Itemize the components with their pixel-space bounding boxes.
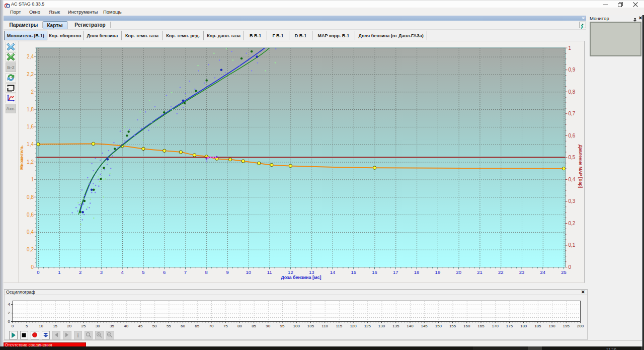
svg-text:0,4: 0,4	[569, 177, 576, 182]
menu-item[interactable]: Помощь	[103, 9, 122, 15]
x-axis-tick-labels: 0123456789101112131415161718192021222324…	[37, 269, 567, 275]
tabs-corner-button[interactable]	[579, 22, 586, 29]
monitor-header: Монитор ✕	[587, 15, 642, 21]
map-tab[interactable]: Множитель (Б-1)	[4, 31, 47, 40]
map-tab[interactable]: Г Б-1	[267, 31, 289, 40]
map-tab[interactable]: Кор. оборотов	[47, 31, 84, 40]
menu-item[interactable]: Инструменты	[68, 9, 98, 15]
svg-text:0,6: 0,6	[27, 212, 34, 218]
menu-item[interactable]: Порт	[10, 9, 21, 15]
svg-text:140: 140	[407, 324, 414, 328]
svg-text:125: 125	[364, 324, 371, 328]
play-button[interactable]	[9, 331, 18, 339]
svg-text:195: 195	[563, 324, 570, 328]
svg-text:60: 60	[181, 324, 185, 328]
main-tab-bar: ПараметрыКартыРегистратор	[4, 21, 586, 30]
svg-text:200: 200	[577, 324, 584, 328]
close-icon[interactable]: ×	[582, 16, 585, 21]
svg-text:95: 95	[280, 324, 285, 328]
svg-text:90: 90	[266, 324, 270, 328]
svg-text:105: 105	[307, 324, 314, 328]
taskbar-segment-light	[528, 346, 542, 350]
svg-text:185: 185	[534, 324, 541, 328]
prev-button	[52, 331, 61, 339]
svg-text:35: 35	[110, 324, 114, 328]
svg-text:150: 150	[435, 324, 442, 328]
svg-text:130: 130	[378, 324, 385, 328]
svg-text:1: 1	[58, 269, 60, 275]
svg-text:14: 14	[330, 269, 336, 275]
svg-text:2: 2	[31, 89, 34, 95]
close-window-button[interactable]	[628, 1, 643, 8]
svg-text:17: 17	[393, 269, 398, 275]
zoom-in-button	[95, 331, 104, 339]
svg-text:0,2: 0,2	[569, 221, 576, 226]
svg-text:75: 75	[223, 324, 228, 328]
menu-item[interactable]: Язык	[49, 9, 60, 15]
b2-button: Б-2	[6, 62, 16, 72]
map-tab[interactable]: МАР корр. Б-1	[312, 31, 355, 40]
svg-text:0,2: 0,2	[27, 247, 34, 252]
map-tab[interactable]: Доля бензина	[84, 31, 122, 40]
svg-text:50: 50	[152, 324, 157, 328]
svg-text:9: 9	[226, 269, 228, 275]
svg-text:2,4: 2,4	[27, 54, 34, 59]
svg-text:0: 0	[31, 264, 34, 270]
svg-text:1,6: 1,6	[27, 124, 34, 129]
multiplier-map-chart[interactable]: 0123456789101112131415161718192021222324…	[18, 41, 586, 285]
selection-frame-button[interactable]	[6, 83, 16, 93]
svg-text:18: 18	[414, 269, 420, 275]
svg-text:45: 45	[138, 324, 142, 328]
show-desktop-button[interactable]	[641, 346, 644, 350]
refresh-button[interactable]	[6, 73, 16, 83]
map-tab[interactable]: Кор. темп. ред.	[163, 31, 204, 40]
map-tab[interactable]: Б Б-1	[244, 31, 267, 40]
record-button[interactable]	[31, 331, 39, 339]
svg-text:25: 25	[561, 269, 567, 275]
svg-text:155: 155	[449, 324, 456, 328]
svg-text:0,5: 0,5	[569, 155, 576, 160]
svg-text:170: 170	[492, 324, 499, 328]
svg-text:0,4: 0,4	[27, 229, 34, 235]
tab-separator	[42, 22, 43, 28]
tab-Карты[interactable]: Карты	[43, 21, 67, 30]
svg-text:2: 2	[79, 269, 82, 275]
svg-text:1,8: 1,8	[27, 107, 34, 112]
map-tab[interactable]: Кор. давл. газа	[204, 31, 244, 40]
document-caption-strip[interactable]: ×	[4, 16, 586, 21]
blue-cross-button[interactable]	[6, 42, 16, 51]
svg-text:160: 160	[463, 324, 470, 328]
stop-button[interactable]	[20, 331, 29, 339]
oscilloscope-header: Осциллограф ✕	[5, 290, 587, 295]
svg-text:16: 16	[372, 269, 377, 275]
svg-text:165: 165	[477, 324, 485, 328]
svg-text:3: 3	[100, 269, 103, 275]
menu-item[interactable]: Окно	[29, 9, 40, 15]
svg-text:15: 15	[351, 269, 356, 275]
map-tab[interactable]: Кор. темп. газа	[122, 31, 163, 40]
svg-text:25: 25	[82, 324, 86, 328]
map-tab[interactable]: Доля бензина (от Давл.ГАЗа)	[355, 31, 428, 40]
skip-to-end-button[interactable]	[42, 331, 50, 339]
axes-curve-button[interactable]	[6, 94, 16, 103]
close-icon[interactable]: ✕	[581, 290, 585, 295]
taskbar[interactable]	[0, 346, 644, 350]
green-cross-button[interactable]	[6, 52, 16, 62]
svg-text:0: 0	[569, 264, 572, 270]
svg-text:10: 10	[246, 269, 252, 275]
close-icon[interactable]: ✕	[638, 15, 642, 21]
tab-Параметры[interactable]: Параметры	[5, 21, 43, 29]
svg-text:65: 65	[195, 324, 199, 328]
tab-Регистратор[interactable]: Регистратор	[70, 21, 110, 29]
svg-text:23: 23	[519, 269, 525, 275]
aks-button: Акс.	[6, 104, 16, 113]
title-bar: AC STAG 0.33.5	[4, 0, 644, 8]
window-left-border	[0, 0, 4, 346]
restore-window-button[interactable]	[613, 1, 628, 8]
minimize-window-button[interactable]	[598, 1, 613, 8]
map-tab[interactable]: D Б-1	[289, 31, 312, 40]
svg-text:2: 2	[8, 311, 11, 315]
zoom-button	[85, 331, 93, 339]
svg-text:110: 110	[321, 324, 328, 328]
svg-text:2,2: 2,2	[27, 72, 34, 77]
